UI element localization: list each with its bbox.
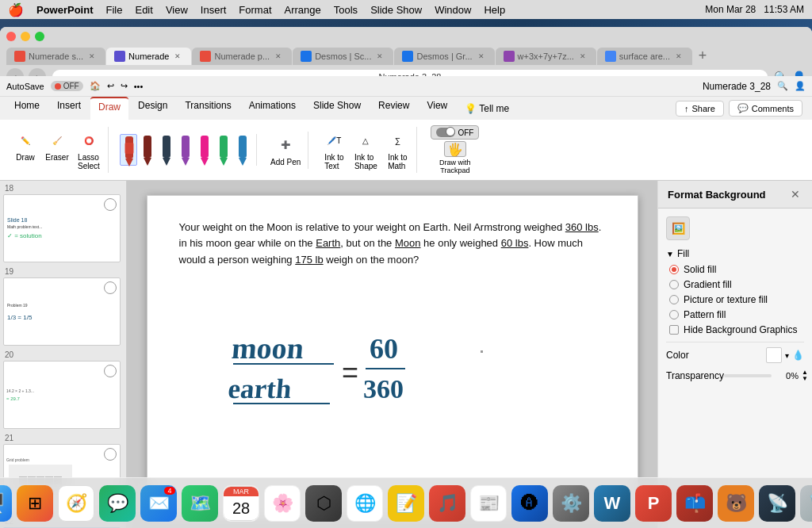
browser-tab-numerade3[interactable]: Numerade p... ✕ [192,48,292,65]
dock-finder[interactable]: 🖥️ [0,485,12,522]
tab-close-desmos2[interactable]: ✕ [476,51,487,62]
transparency-slider[interactable] [724,374,772,377]
menu-file[interactable]: File [106,4,123,16]
picture-fill-option[interactable]: Picture or texture fill [669,294,804,305]
menu-insert[interactable]: Insert [201,4,227,16]
browser-tab-numerade2[interactable]: Numerade ✕ [106,48,191,65]
tab-transitions[interactable]: Transitions [177,97,239,120]
browser-tab-numerade1[interactable]: Numerade s... ✕ [6,48,105,65]
eraser-tool[interactable]: 🧹 Eraser [43,127,71,173]
color-expand-icon[interactable]: ▾ [785,351,789,360]
pen-blue[interactable] [234,134,251,166]
browser-tab-symbolab[interactable]: w+3x+7y+7z... ✕ [496,48,596,65]
browser-tab-desmos1[interactable]: Desmos | Sc... ✕ [293,48,393,65]
dock-apps[interactable]: ⬡ [305,485,342,522]
tab-review[interactable]: Review [370,97,417,120]
dock-stickies[interactable]: 📝 [388,485,424,522]
browser-tab-desmos2[interactable]: Desmos | Gr... ✕ [394,48,494,65]
apple-menu[interactable]: 🍎 [8,2,24,17]
gradient-fill-option[interactable]: Gradient fill [669,279,804,290]
toolbar-undo[interactable]: ↩ [107,81,114,91]
tab-draw[interactable]: Draw [90,97,128,120]
fill-section-toggle[interactable]: ▼ Fill [666,248,804,259]
trackpad-tool[interactable]: OFF 🖐️ Draw withTrackpad [428,123,481,177]
menu-slideshow[interactable]: Slide Show [370,4,422,16]
pattern-fill-option[interactable]: Pattern fill [669,309,804,320]
dock-photos[interactable]: 🌸 [264,485,301,522]
tab-home[interactable]: Home [6,97,48,120]
dock-safari[interactable]: 🧭 [58,485,94,522]
tab-close-desmos1[interactable]: ✕ [374,51,385,62]
menu-view[interactable]: View [166,4,188,16]
dock-mail2[interactable]: 📫 [676,485,713,522]
dock-news[interactable]: 📰 [470,485,507,522]
share-button[interactable]: ↑ Share [676,101,724,117]
pen-pink[interactable] [196,134,213,166]
dock-messages[interactable]: 💬 [99,485,136,522]
hide-bg-option[interactable]: Hide Background Graphics [669,324,804,335]
dock-maps[interactable]: 🗺️ [182,485,218,522]
panel-close-button[interactable]: ✕ [788,187,802,201]
color-eyedropper-icon[interactable]: 💧 [792,350,804,361]
menu-edit[interactable]: Edit [135,4,152,16]
dock-screenconnect[interactable]: 📡 [759,485,795,522]
browser-maximize-btn[interactable] [35,32,44,41]
slide-thumb-20[interactable]: 20 14.2 × 2 + 1.3... = 29.7 [3,350,123,429]
menu-window[interactable]: Window [435,4,471,16]
tab-close-numerade1[interactable]: ✕ [86,51,98,62]
transparency-spinbox[interactable]: ▲▼ [802,369,808,382]
tab-view[interactable]: View [419,97,455,120]
toolbar-more[interactable]: ••• [134,82,144,91]
color-swatch[interactable] [766,347,782,363]
solid-fill-option[interactable]: Solid fill [669,264,804,275]
slide-thumb-19[interactable]: 19 Problem 19 1/3 = 1/5 [3,267,123,346]
lasso-select-tool[interactable]: ⭕ LassoSelect [75,127,103,173]
ink-to-math-tool[interactable]: ∑ Ink toMath [383,127,412,173]
menu-format[interactable]: Format [239,4,271,16]
tab-close-numerade2[interactable]: ✕ [172,51,183,62]
ink-to-shape-tool[interactable]: △ Ink toShape [351,127,380,173]
tab-close-numerade3[interactable]: ✕ [273,51,284,62]
slide-thumb-18[interactable]: 18 Slide 18 Math problem text... ✓ = sol… [3,184,123,262]
tab-tellme[interactable]: 💡 Tell me [457,97,517,120]
dock-trash[interactable]: 🗑️ [800,485,812,522]
dock-word[interactable]: W [594,485,630,522]
dock-mail[interactable]: ✉️ 4 [140,485,177,522]
toolbar-redo[interactable]: ↪ [121,81,128,91]
menu-tools[interactable]: Tools [334,4,358,16]
browser-close-btn[interactable] [6,32,16,41]
autosave-toggle[interactable]: OFF [51,81,83,91]
add-pen-tool[interactable]: ➕ Add Pen [268,132,303,169]
panel-picture-icon[interactable]: 🖼️ [666,216,690,240]
dock-calendar[interactable]: MAR 28 [223,485,259,522]
dock-preferences[interactable]: ⚙️ [553,485,589,522]
ink-to-text-tool[interactable]: 🖊️T Ink toText [320,127,348,173]
pen-purple[interactable] [177,134,194,166]
pen-red[interactable] [120,134,137,166]
dock-chrome[interactable]: 🌐 [347,485,383,522]
dock-launchpad[interactable]: ⊞ [17,485,53,522]
tab-design[interactable]: Design [130,97,175,120]
pen-dark-red[interactable] [139,134,156,166]
browser-tab-google[interactable]: surface are... ✕ [597,48,692,65]
comments-button[interactable]: 💬 Comments [729,100,802,117]
tab-close-symbolab[interactable]: ✕ [577,51,588,62]
dock-appstore[interactable]: 🅐 [511,485,548,522]
toolbar-home[interactable]: 🏠 [90,81,101,91]
tab-insert[interactable]: Insert [49,97,89,120]
dock-bear[interactable]: 🐻 [718,485,754,522]
new-tab-button[interactable]: + [693,46,712,65]
tab-animations[interactable]: Animations [241,97,304,120]
dock-powerpoint[interactable]: P [635,485,672,522]
browser-minimize-btn[interactable] [21,32,30,41]
ppt-person[interactable]: 👤 [795,81,806,91]
ppt-search[interactable]: 🔍 [777,81,788,91]
pen-green[interactable] [215,134,232,166]
slide-canvas[interactable]: Your weight on the Moon is relative to y… [147,195,638,520]
menu-help[interactable]: Help [484,4,505,16]
tab-slideshow[interactable]: Slide Show [305,97,369,120]
menu-arrange[interactable]: Arrange [285,4,321,16]
dock-music[interactable]: 🎵 [429,485,465,522]
draw-tool[interactable]: ✏️ Draw [11,127,40,173]
tab-close-google[interactable]: ✕ [673,51,684,62]
